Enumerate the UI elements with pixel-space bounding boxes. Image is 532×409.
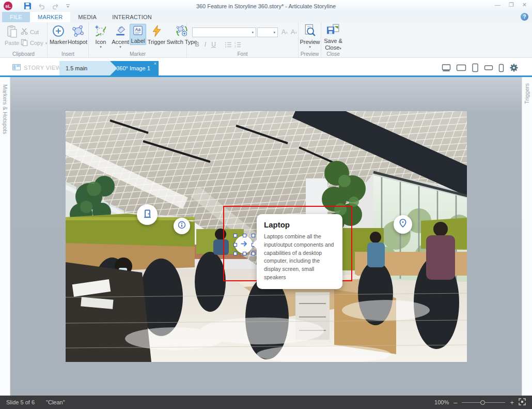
zoom-controls: 100% – + — [434, 398, 526, 406]
tablet-portrait-icon[interactable] — [471, 63, 479, 74]
storyline-logo[interactable]: sL — [4, 2, 12, 10]
cut-icon — [21, 28, 28, 36]
copy-caret-icon: ▾ — [45, 42, 48, 44]
zoom-slider-knob[interactable] — [480, 400, 485, 405]
tab-marker[interactable]: MARKER — [30, 12, 70, 22]
tab-file[interactable]: FILE — [2, 12, 30, 22]
label-button-label: Label — [131, 38, 145, 44]
grow-font-button[interactable]: A˄ — [281, 28, 288, 36]
underline-button[interactable]: U — [210, 41, 217, 48]
customize-toolbar-icon[interactable] — [66, 4, 70, 8]
preview-button[interactable]: Preview ▾ — [300, 24, 320, 48]
gear-icon[interactable] — [509, 63, 519, 74]
underline-label: U — [210, 41, 217, 48]
font-size-select[interactable]: ▾ — [257, 27, 278, 37]
phone-landscape-icon[interactable] — [484, 64, 493, 73]
save-and-close-button[interactable]: Save & Close▾ — [323, 24, 343, 51]
tab-scene-main[interactable]: 1.5 main — [59, 61, 117, 75]
ribbon: Paste Cut Copy ▾ Clipboard Marker Hotspo… — [0, 22, 532, 58]
marker-label-tooltip[interactable]: Laptop Laptops combine all the input/out… — [257, 214, 342, 289]
slide-counter: Slide 5 of 6 — [6, 399, 35, 405]
icon-button-label: Icon — [96, 39, 106, 45]
icon-caret-icon: ▾ — [100, 46, 102, 48]
quick-access-toolbar — [24, 2, 70, 10]
scene-tab-strip: STORY VIEW 1.5 main 360° Image 1 × — [0, 58, 532, 75]
resize-handle-w[interactable] — [233, 243, 237, 247]
resize-handle-s[interactable] — [243, 252, 246, 255]
paste-button[interactable]: Paste — [3, 25, 21, 46]
zoom-level: 100% — [434, 399, 449, 405]
tab-media[interactable]: MEDIA — [70, 12, 104, 22]
tab-close-icon[interactable]: × — [154, 61, 157, 66]
resize-handle-sw[interactable] — [233, 252, 237, 255]
marker-group-label: Marker — [89, 51, 186, 57]
save-close-label-1: Save & — [324, 38, 342, 44]
resize-handle-ne[interactable] — [252, 234, 255, 237]
info-marker[interactable] — [174, 218, 190, 234]
tooltip-title: Laptop — [264, 220, 335, 229]
italic-button[interactable]: I — [201, 41, 209, 48]
font-group: ▾ ▾ A˄ A˅ B I U 13 Font — [187, 22, 299, 57]
save-icon[interactable] — [24, 2, 32, 10]
location-pin-marker[interactable] — [394, 215, 412, 234]
shrink-font-button[interactable]: A˅ — [291, 28, 297, 36]
desktop-icon[interactable] — [441, 64, 451, 74]
bullet-list-button[interactable] — [225, 42, 232, 49]
accent-button[interactable]: Accent ▾ — [111, 25, 130, 48]
label-button[interactable]: Aa Label — [130, 24, 146, 45]
tablet-landscape-icon[interactable] — [456, 64, 466, 74]
minimize-button[interactable]: — — [495, 2, 500, 8]
save-close-icon — [326, 24, 340, 37]
close-group-label: Close — [321, 51, 345, 57]
restore-button[interactable]: ❐ — [509, 2, 514, 8]
accent-icon — [114, 25, 127, 38]
insert-marker-button[interactable]: Marker — [50, 25, 67, 45]
zoom-slider[interactable] — [462, 402, 505, 403]
copy-button[interactable]: Copy ▾ — [21, 39, 47, 47]
bold-button[interactable]: B — [193, 41, 201, 48]
ribbon-tab-bar: FILE MARKER MEDIA INTERACTION ? — [0, 12, 532, 22]
cut-button[interactable]: Cut — [21, 28, 39, 36]
resize-handle-n[interactable] — [243, 234, 246, 237]
numbered-list-button[interactable]: 13 — [234, 42, 241, 49]
label-icon: Aa — [132, 25, 144, 37]
story-view-button[interactable]: STORY VIEW — [12, 64, 61, 71]
paste-label: Paste — [5, 40, 19, 46]
resize-handle-se[interactable] — [252, 252, 255, 255]
font-family-select[interactable]: ▾ — [192, 27, 256, 37]
zoom-out-button[interactable]: – — [453, 399, 457, 406]
redo-icon[interactable] — [52, 3, 59, 10]
close-group: Save & Close▾ Close — [321, 22, 345, 57]
marker-icon — [52, 25, 65, 38]
clipboard-group: Paste Cut Copy ▾ Clipboard — [0, 22, 48, 57]
switch-type-icon — [176, 25, 188, 38]
trigger-button-label: Trigger — [148, 39, 165, 45]
close-button[interactable]: ✕ — [522, 2, 527, 8]
window-controls: — ❐ ✕ — [495, 2, 527, 8]
markers-hotspots-panel-tab[interactable]: Markers & Hotspots — [0, 77, 10, 396]
svg-text:Aa: Aa — [135, 27, 141, 32]
triggers-panel-tab[interactable]: Triggers — [522, 77, 532, 396]
status-bar: Slide 5 of 6 "Clean" 100% – + — [0, 396, 532, 409]
clipboard-group-label: Clipboard — [0, 51, 47, 57]
tab-360-image-label: 360° Image 1 — [116, 65, 150, 71]
zoom-in-button[interactable]: + — [510, 399, 514, 406]
marker-group: Icon ▾ Accent ▾ Aa Label Trigger Switch … — [89, 22, 187, 57]
trigger-button[interactable]: Trigger — [148, 25, 165, 45]
resize-handle-nw[interactable] — [233, 234, 237, 237]
door-marker[interactable] — [137, 204, 158, 225]
insert-hotspot-label: Hotspot — [68, 39, 87, 45]
icon-button[interactable]: Icon ▾ — [92, 25, 109, 48]
svg-text:3: 3 — [234, 46, 236, 48]
fit-to-window-icon[interactable] — [519, 398, 526, 406]
insert-group-label: Insert — [48, 51, 88, 57]
undo-icon[interactable] — [38, 3, 45, 10]
phone-portrait-icon[interactable] — [498, 64, 505, 74]
help-icon[interactable]: ? — [521, 13, 528, 21]
tab-interaction[interactable]: INTERACTION — [104, 12, 160, 22]
markers-hotspots-panel-label: Markers & Hotspots — [2, 84, 8, 134]
paste-icon — [6, 25, 18, 39]
insert-hotspot-button[interactable]: Hotspot — [67, 25, 88, 45]
copy-icon — [21, 39, 28, 47]
storyline-window: sL 360 Feature in Storyline 360.story* -… — [0, 0, 532, 409]
